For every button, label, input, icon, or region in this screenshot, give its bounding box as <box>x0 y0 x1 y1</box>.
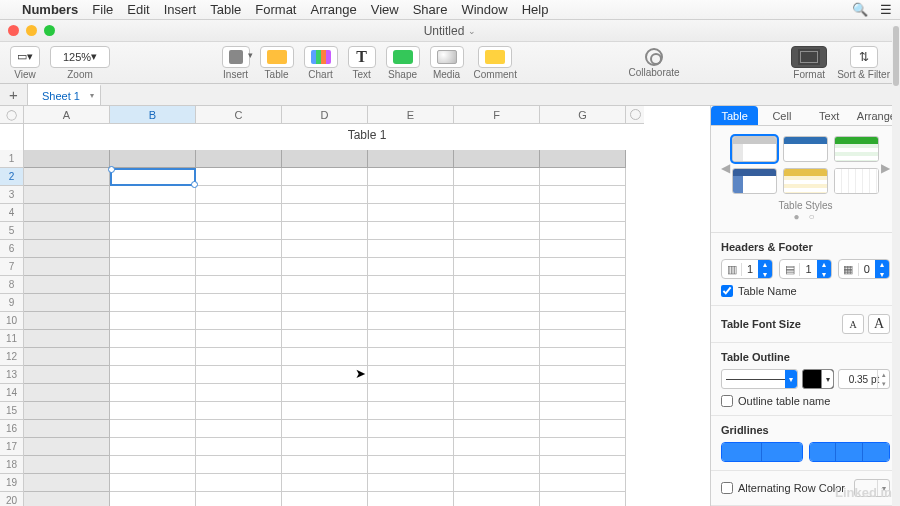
gridlines-body-buttons[interactable] <box>721 442 803 462</box>
col-header-b[interactable]: B <box>110 106 196 124</box>
table-style-3[interactable] <box>834 136 879 162</box>
outline-name-checkbox[interactable]: Outline table name <box>721 395 890 407</box>
watermark: Linked in <box>835 485 892 500</box>
styles-page-dots[interactable]: ● ○ <box>719 211 892 222</box>
col-header-c[interactable]: C <box>196 106 282 124</box>
styles-prev-button[interactable]: ◀ <box>719 161 732 175</box>
row-header-5[interactable]: 5 <box>0 222 24 240</box>
header-cols-icon: ▥ <box>722 263 742 276</box>
table-style-2[interactable] <box>783 136 828 162</box>
tab-text[interactable]: Text <box>806 106 853 125</box>
row-header-7[interactable]: 7 <box>0 258 24 276</box>
menu-extras-icon[interactable]: ☰ <box>880 2 892 17</box>
menu-help[interactable]: Help <box>522 2 549 17</box>
select-all-corner[interactable]: ◯ <box>0 106 24 124</box>
row-header-1[interactable]: 1 <box>0 150 24 168</box>
row-header-17[interactable]: 17 <box>0 438 24 456</box>
spotlight-icon[interactable]: 🔍 <box>852 2 868 17</box>
menu-table[interactable]: Table <box>210 2 241 17</box>
row-header-20[interactable]: 20 <box>0 492 24 506</box>
chart-button[interactable] <box>304 46 338 68</box>
insert-button[interactable] <box>222 46 250 68</box>
row-header-11[interactable]: 11 <box>0 330 24 348</box>
zoom-select[interactable]: 125% ▾ <box>50 46 110 68</box>
header-rows-stepper[interactable]: ▤1▴▾ <box>779 259 831 279</box>
menu-view[interactable]: View <box>371 2 399 17</box>
menu-edit[interactable]: Edit <box>127 2 149 17</box>
outline-width-field[interactable]: 0.35 pt▴▾ <box>838 369 890 389</box>
menu-insert[interactable]: Insert <box>164 2 197 17</box>
spreadsheet-canvas[interactable]: ◯ A B C D E F G 123456789101112131415161… <box>0 106 710 506</box>
row-header-2[interactable]: 2 <box>0 168 24 186</box>
headers-footer-title: Headers & Footer <box>721 241 890 253</box>
row-header-9[interactable]: 9 <box>0 294 24 312</box>
collaborate-icon[interactable] <box>645 48 663 66</box>
window-zoom-button[interactable] <box>44 25 55 36</box>
row-header-15[interactable]: 15 <box>0 402 24 420</box>
sidebar-scrollbar[interactable] <box>892 106 900 506</box>
add-sheet-button[interactable]: + <box>0 84 28 105</box>
menu-format[interactable]: Format <box>255 2 296 17</box>
table-style-1[interactable] <box>732 136 777 162</box>
row-header-10[interactable]: 10 <box>0 312 24 330</box>
document-title[interactable]: Untitled <box>424 24 465 38</box>
table-grid[interactable] <box>24 150 626 506</box>
menu-window[interactable]: Window <box>461 2 507 17</box>
table-title[interactable]: Table 1 <box>24 128 710 142</box>
menu-arrange[interactable]: Arrange <box>310 2 356 17</box>
footer-rows-stepper[interactable]: ▦0▴▾ <box>838 259 890 279</box>
row-header-3[interactable]: 3 <box>0 186 24 204</box>
outline-title: Table Outline <box>721 351 890 363</box>
row-header-19[interactable]: 19 <box>0 474 24 492</box>
format-button[interactable] <box>791 46 827 68</box>
table-name-checkbox[interactable]: Table Name <box>721 285 890 297</box>
outline-color-swatch[interactable]: ▾ <box>802 369 834 389</box>
header-cols-stepper[interactable]: ▥1▴▾ <box>721 259 773 279</box>
alternating-row-checkbox[interactable]: Alternating Row Color <box>721 482 845 494</box>
menu-file[interactable]: File <box>92 2 113 17</box>
sort-filter-button[interactable]: ⇅ <box>850 46 878 68</box>
font-smaller-button[interactable]: A <box>842 314 864 334</box>
gridlines-title: Gridlines <box>721 424 890 436</box>
font-larger-button[interactable]: A <box>868 314 890 334</box>
view-button[interactable]: ▭▾ <box>10 46 40 68</box>
row-header-18[interactable]: 18 <box>0 456 24 474</box>
table-style-5[interactable] <box>783 168 828 194</box>
menu-share[interactable]: Share <box>413 2 448 17</box>
row-header-12[interactable]: 12 <box>0 348 24 366</box>
tab-table[interactable]: Table <box>711 106 758 125</box>
row-header-6[interactable]: 6 <box>0 240 24 258</box>
col-header-e[interactable]: E <box>368 106 454 124</box>
window-close-button[interactable] <box>8 25 19 36</box>
gridlines-header-buttons[interactable] <box>809 442 891 462</box>
media-button[interactable] <box>430 46 464 68</box>
window-minimize-button[interactable] <box>26 25 37 36</box>
sheet-tab-1[interactable]: Sheet 1 <box>28 84 101 105</box>
row-header-8[interactable]: 8 <box>0 276 24 294</box>
table-button[interactable] <box>260 46 294 68</box>
chevron-down-icon[interactable]: ⌄ <box>468 26 476 36</box>
col-header-d[interactable]: D <box>282 106 368 124</box>
tab-cell[interactable]: Cell <box>758 106 805 125</box>
table-style-4[interactable] <box>732 168 777 194</box>
app-name[interactable]: Numbers <box>22 2 78 17</box>
row-header-16[interactable]: 16 <box>0 420 24 438</box>
footer-rows-icon: ▦ <box>839 263 859 276</box>
col-header-g[interactable]: G <box>540 106 626 124</box>
zoom-label: Zoom <box>67 69 93 80</box>
row-header-4[interactable]: 4 <box>0 204 24 222</box>
sheet-tabs: + Sheet 1 <box>0 84 900 106</box>
comment-button[interactable] <box>478 46 512 68</box>
styles-next-button[interactable]: ▶ <box>879 161 892 175</box>
shape-button[interactable] <box>386 46 420 68</box>
col-header-f[interactable]: F <box>454 106 540 124</box>
outline-style-select[interactable]: ▾ <box>721 369 798 389</box>
table-style-6[interactable] <box>834 168 879 194</box>
font-size-title: Table Font Size <box>721 318 801 330</box>
inspector-sidebar: Table Cell Text Arrange ◀ ▶ Table Styles… <box>710 106 900 506</box>
row-header-14[interactable]: 14 <box>0 384 24 402</box>
col-header-a[interactable]: A <box>24 106 110 124</box>
row-header-13[interactable]: 13 <box>0 366 24 384</box>
add-column-handle[interactable] <box>626 106 644 124</box>
text-button[interactable]: T <box>348 46 376 68</box>
